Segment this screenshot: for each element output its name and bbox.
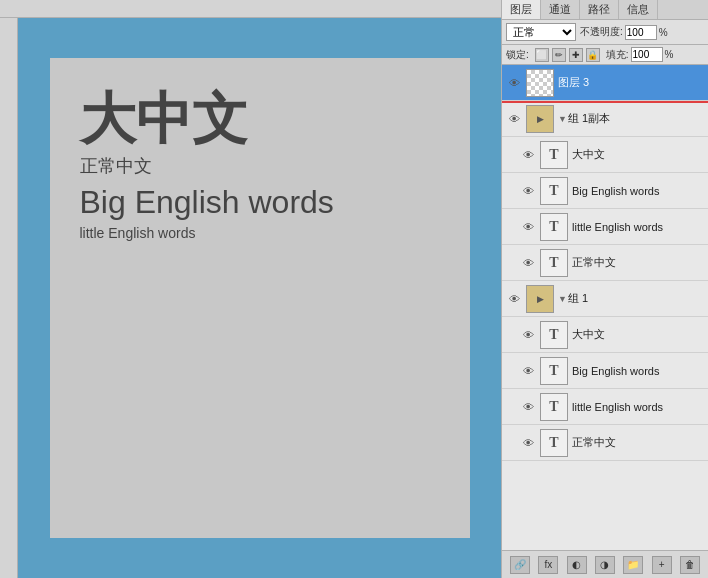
layer-thumb: T — [540, 357, 568, 385]
layer-label: Big English words — [572, 185, 704, 197]
eye-icon[interactable]: 👁 — [520, 147, 536, 163]
new-layer-icon[interactable]: + — [652, 556, 672, 574]
adjustment-layer-icon[interactable]: ◑ — [595, 556, 615, 574]
opacity-input[interactable] — [625, 25, 657, 40]
layer-item[interactable]: 👁▶▼组 1 — [502, 281, 708, 317]
eye-icon[interactable]: 👁 — [506, 75, 522, 91]
layer-item[interactable]: 👁▶▼组 1副本 — [502, 101, 708, 137]
ruler-top — [18, 0, 501, 18]
fill-label: 填充: — [606, 48, 629, 62]
fill-input[interactable] — [631, 47, 663, 62]
layer-item[interactable]: 👁Tlittle English words — [502, 389, 708, 425]
lock-pixels-icon[interactable]: ⬜ — [535, 48, 549, 62]
tab-paths[interactable]: 路径 — [580, 0, 619, 19]
layer-item[interactable]: 👁T大中文 — [502, 317, 708, 353]
new-group-icon[interactable]: 📁 — [623, 556, 643, 574]
layer-item[interactable]: 👁T大中文 — [502, 137, 708, 173]
add-mask-icon[interactable]: ◐ — [567, 556, 587, 574]
lock-all-icon[interactable]: 🔒 — [586, 48, 600, 62]
layer-label: little English words — [572, 401, 704, 413]
lock-row: 锁定: ⬜ ✏ ✚ 🔒 填充: % — [502, 45, 708, 65]
layer-thumb: T — [540, 429, 568, 457]
layer-label: little English words — [572, 221, 704, 233]
layer-thumb: T — [540, 213, 568, 241]
layer-label: 图层 3 — [558, 75, 704, 90]
layers-tabs: 图层 通道 路径 信息 — [502, 0, 708, 20]
layer-label: 组 1副本 — [568, 111, 704, 126]
layer-item[interactable]: 👁Tlittle English words — [502, 209, 708, 245]
lock-icons: ⬜ ✏ ✚ 🔒 — [535, 48, 600, 62]
ruler-left — [0, 18, 18, 578]
eye-icon[interactable]: 👁 — [520, 435, 536, 451]
eye-icon[interactable]: 👁 — [520, 363, 536, 379]
eye-icon[interactable]: 👁 — [520, 399, 536, 415]
layer-label: 组 1 — [568, 291, 704, 306]
doc-big-chinese: 大中文 — [80, 88, 440, 150]
opacity-percent: % — [659, 27, 668, 38]
layer-label: 大中文 — [572, 147, 704, 162]
doc-little-english: little English words — [80, 225, 440, 241]
tab-layers[interactable]: 图层 — [502, 0, 541, 19]
group-expand-arrow[interactable]: ▼ — [558, 294, 568, 304]
layer-item[interactable]: 👁T正常中文 — [502, 245, 708, 281]
layer-thumb: T — [540, 249, 568, 277]
group-expand-arrow[interactable]: ▼ — [558, 114, 568, 124]
layer-thumb: T — [540, 177, 568, 205]
layer-thumb: ▶ — [526, 105, 554, 133]
layers-panel: 图层 通道 路径 信息 正常 不透明度: % 锁定: ⬜ ✏ ✚ 🔒 填充: %… — [501, 0, 708, 578]
lock-position-icon[interactable]: ✏ — [552, 48, 566, 62]
layer-item[interactable]: 👁T正常中文 — [502, 425, 708, 461]
layer-label: Big English words — [572, 365, 704, 377]
opacity-row: 不透明度: % — [580, 25, 668, 40]
link-layers-icon[interactable]: 🔗 — [510, 556, 530, 574]
document-canvas: 大中文 正常中文 Big English words little Englis… — [50, 58, 470, 538]
layer-item[interactable]: 👁图层 3 — [502, 65, 708, 101]
lock-move-icon[interactable]: ✚ — [569, 48, 583, 62]
eye-icon[interactable]: 👁 — [520, 255, 536, 271]
eye-icon[interactable]: 👁 — [506, 291, 522, 307]
layer-thumb: ▶ — [526, 285, 554, 313]
doc-normal-chinese: 正常中文 — [80, 154, 440, 178]
layers-bottom-toolbar: 🔗 fx ◐ ◑ 📁 + 🗑 — [502, 550, 708, 578]
layer-thumb: T — [540, 393, 568, 421]
layer-label: 正常中文 — [572, 255, 704, 270]
layer-item[interactable]: 👁TBig English words — [502, 173, 708, 209]
blend-mode-row: 正常 不透明度: % — [502, 20, 708, 45]
canvas-area: 大中文 正常中文 Big English words little Englis… — [18, 18, 501, 578]
opacity-label: 不透明度: — [580, 25, 623, 39]
tab-info[interactable]: 信息 — [619, 0, 658, 19]
layer-item[interactable]: 👁TBig English words — [502, 353, 708, 389]
layer-thumb — [526, 69, 554, 97]
tab-channels[interactable]: 通道 — [541, 0, 580, 19]
fill-percent: % — [665, 49, 674, 60]
fill-row: 填充: % — [606, 47, 674, 62]
delete-layer-icon[interactable]: 🗑 — [680, 556, 700, 574]
layer-label: 正常中文 — [572, 435, 704, 450]
layer-thumb: T — [540, 321, 568, 349]
eye-icon[interactable]: 👁 — [506, 111, 522, 127]
blend-mode-select[interactable]: 正常 — [506, 23, 576, 41]
eye-icon[interactable]: 👁 — [520, 219, 536, 235]
layer-label: 大中文 — [572, 327, 704, 342]
layer-effects-icon[interactable]: fx — [538, 556, 558, 574]
ruler-corner — [0, 0, 18, 18]
eye-icon[interactable]: 👁 — [520, 183, 536, 199]
layer-thumb: T — [540, 141, 568, 169]
eye-icon[interactable]: 👁 — [520, 327, 536, 343]
doc-big-english: Big English words — [80, 184, 440, 221]
lock-label: 锁定: — [506, 48, 529, 62]
layers-list[interactable]: 👁图层 3👁▶▼组 1副本👁T大中文👁TBig English words👁Tl… — [502, 65, 708, 550]
